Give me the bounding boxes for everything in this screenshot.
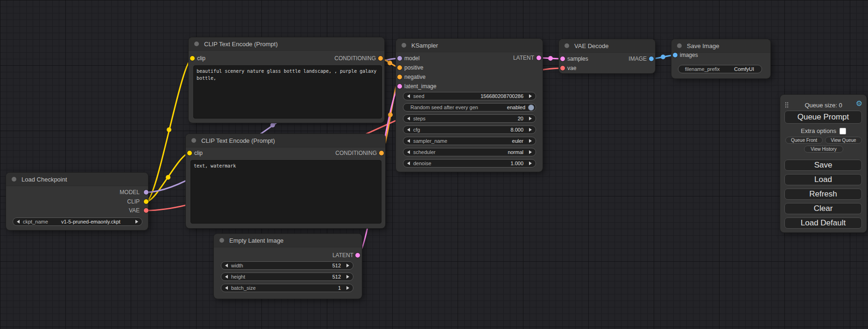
increment-arrow-icon[interactable] (529, 161, 532, 165)
node-clip-text-encode-negative[interactable]: CLIP Text Encode (Prompt) clip CONDITION… (186, 134, 385, 228)
node-title-bar[interactable]: KSampler (396, 39, 543, 52)
input-slot-latent-image[interactable] (397, 84, 402, 89)
output-slot-image[interactable] (649, 56, 654, 61)
height-widget[interactable]: height 512 (221, 273, 353, 281)
toggle-circle-icon[interactable] (528, 105, 534, 111)
random-seed-toggle-widget[interactable]: Random seed after every gen enabled (403, 103, 536, 112)
batch-size-widget[interactable]: batch_size 1 (221, 284, 353, 292)
input-slot-samples[interactable] (560, 56, 565, 61)
node-title: Empty Latent Image (229, 237, 283, 244)
widget-value: 20 (425, 116, 523, 121)
collapse-dot-icon[interactable] (194, 42, 199, 46)
node-vae-decode[interactable]: VAE Decode samples vae IMAGE (559, 39, 655, 73)
decrement-arrow-icon[interactable] (407, 150, 410, 154)
node-title-bar[interactable]: Load Checkpoint (6, 173, 148, 186)
input-slot-images[interactable] (673, 53, 677, 57)
collapse-dot-icon[interactable] (402, 43, 406, 48)
queue-front-button[interactable]: Queue Front (785, 137, 823, 144)
increment-arrow-icon[interactable] (529, 94, 532, 98)
output-slot-vae[interactable] (144, 208, 148, 213)
cfg-widget[interactable]: cfg 8.000 (403, 126, 536, 134)
node-title-bar[interactable]: CLIP Text Encode (Prompt) (189, 37, 384, 51)
input-slot-positive[interactable] (397, 65, 402, 70)
increment-arrow-icon[interactable] (135, 220, 138, 224)
node-ksampler[interactable]: KSampler model positive negative latent_… (396, 39, 543, 172)
output-slot-latent[interactable] (536, 56, 541, 60)
node-title-bar[interactable]: Save Image (671, 39, 770, 53)
node-save-image[interactable]: Save Image images filename_prefix ComfyU… (671, 39, 770, 78)
decrement-arrow-icon[interactable] (17, 220, 20, 224)
node-load-checkpoint[interactable]: Load Checkpoint MODEL CLIP VAE ckpt_name… (6, 173, 148, 230)
increment-arrow-icon[interactable] (346, 275, 349, 279)
collapse-dot-icon[interactable] (191, 138, 196, 143)
widget-value: 512 (243, 263, 341, 268)
decrement-arrow-icon[interactable] (407, 94, 410, 98)
load-default-button[interactable]: Load Default (784, 217, 862, 229)
node-empty-latent-image[interactable]: Empty Latent Image LATENT width 512 heig… (214, 234, 362, 299)
wire-midpoint-dot (548, 56, 553, 61)
node-title-bar[interactable]: CLIP Text Encode (Prompt) (186, 134, 385, 147)
decrement-arrow-icon[interactable] (407, 128, 410, 132)
view-history-button[interactable]: View History (804, 146, 843, 153)
collapse-dot-icon[interactable] (219, 238, 224, 243)
increment-arrow-icon[interactable] (529, 139, 532, 143)
wire-midpoint-dot (661, 55, 665, 59)
collapse-dot-icon[interactable] (565, 43, 569, 48)
increment-arrow-icon[interactable] (529, 150, 532, 154)
output-slot-latent[interactable] (355, 253, 360, 258)
queue-prompt-button[interactable]: Queue Prompt (784, 111, 862, 124)
decrement-arrow-icon[interactable] (225, 264, 228, 267)
scheduler-widget[interactable]: scheduler normal (403, 148, 536, 156)
output-label-model: MODEL (120, 189, 140, 196)
decrement-arrow-icon[interactable] (407, 117, 410, 120)
output-slot-model[interactable] (144, 190, 148, 195)
decrement-arrow-icon[interactable] (407, 161, 410, 165)
width-widget[interactable]: width 512 (221, 261, 353, 270)
view-queue-button[interactable]: View Queue (825, 137, 862, 144)
input-slot-clip[interactable] (187, 151, 192, 155)
node-title: Load Checkpoint (21, 176, 67, 183)
extra-options-label: Extra options (801, 127, 836, 134)
node-title-bar[interactable]: VAE Decode (559, 39, 655, 53)
collapse-dot-icon[interactable] (677, 43, 682, 48)
collapse-dot-icon[interactable] (12, 177, 16, 182)
filename-prefix-widget[interactable]: filename_prefix ComfyUI (678, 65, 762, 73)
decrement-arrow-icon[interactable] (407, 139, 410, 143)
increment-arrow-icon[interactable] (529, 128, 532, 132)
input-slot-negative[interactable] (397, 75, 402, 79)
widget-label: seed (413, 93, 424, 99)
clear-button[interactable]: Clear (784, 203, 862, 214)
queue-menu-panel[interactable]: Queue size: 0 ⚙ Queue Prompt Extra optio… (780, 95, 867, 232)
load-button[interactable]: Load (784, 174, 862, 185)
increment-arrow-icon[interactable] (529, 117, 532, 120)
settings-gear-icon[interactable]: ⚙ (856, 100, 862, 107)
node-title-bar[interactable]: Empty Latent Image (214, 234, 362, 247)
decrement-arrow-icon[interactable] (225, 275, 228, 279)
increment-arrow-icon[interactable] (346, 286, 349, 290)
input-slot-vae[interactable] (560, 66, 565, 70)
negative-prompt-textarea[interactable]: text, watermark (191, 160, 381, 224)
output-slot-conditioning[interactable] (378, 56, 383, 61)
widget-value: euler (447, 138, 523, 144)
sampler-name-widget[interactable]: sampler_name euler (403, 137, 536, 145)
input-slot-clip[interactable] (190, 56, 195, 61)
ckpt-name-widget[interactable]: ckpt_name v1-5-pruned-emaonly.ckpt (13, 217, 142, 226)
extra-options-checkbox[interactable] (840, 128, 846, 134)
increment-arrow-icon[interactable] (346, 264, 349, 267)
positive-prompt-textarea[interactable]: beautiful scenery nature glass bottle la… (193, 65, 382, 119)
save-button[interactable]: Save (784, 160, 862, 171)
output-slot-clip[interactable] (144, 199, 148, 204)
decrement-arrow-icon[interactable] (225, 286, 228, 290)
input-label-positive: positive (404, 64, 423, 71)
output-slot-conditioning[interactable] (379, 151, 384, 155)
denoise-widget[interactable]: denoise 1.000 (403, 159, 536, 168)
node-title: VAE Decode (574, 42, 608, 49)
seed-widget[interactable]: seed 156680208700286 (403, 92, 536, 100)
node-clip-text-encode-positive[interactable]: CLIP Text Encode (Prompt) clip CONDITION… (189, 37, 384, 123)
node-graph-canvas[interactable]: Load Checkpoint MODEL CLIP VAE ckpt_name… (0, 0, 868, 329)
refresh-button[interactable]: Refresh (784, 189, 862, 200)
steps-widget[interactable]: steps 20 (403, 114, 536, 123)
widget-label: ckpt_name (23, 219, 48, 224)
input-slot-model[interactable] (397, 56, 402, 61)
widget-label: sampler_name (413, 138, 447, 144)
